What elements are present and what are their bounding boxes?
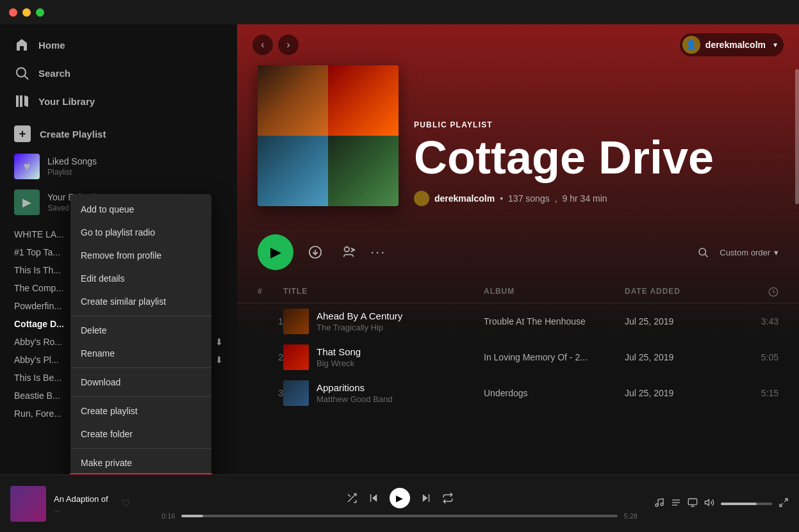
search-icon (14, 65, 29, 81)
svg-rect-2 (16, 95, 19, 107)
track-number: 2 (258, 352, 283, 362)
svg-rect-16 (370, 494, 371, 502)
main-content: ‹ › 👤 derekmalcolm ▾ PUBLIC PLAYLIST Cot… (237, 24, 799, 474)
playlist-label: This Is Th... (14, 265, 61, 275)
now-playing-thumbnail (10, 486, 46, 522)
shuffle-button[interactable] (346, 492, 358, 504)
title-bar (0, 0, 799, 24)
col-date: DATE ADDED (625, 287, 727, 299)
user-menu[interactable]: 👤 derekmalcolm ▾ (680, 33, 784, 56)
time-current: 0:16 (161, 512, 175, 520)
ctx-remove-profile[interactable]: Remove from profile (70, 244, 211, 267)
table-row[interactable]: 3 Apparitions Matthew Good Band Underdog… (247, 375, 789, 411)
nav-home[interactable]: Home (0, 31, 237, 59)
sidebar-item-liked-songs[interactable]: ♥ Liked Songs Playlist (0, 149, 237, 184)
ctx-label: Edit details (81, 273, 124, 284)
now-playing-name: An Adaption of (54, 494, 108, 504)
time-total: 5:28 (624, 512, 638, 520)
scrollbar-thumb (795, 69, 799, 204)
app-body: Home Search Your Library + Create Playli… (0, 24, 799, 474)
ctx-label: Make private (81, 458, 132, 468)
track-list: 1 Ahead By A Century The Tragically Hip … (237, 303, 799, 474)
more-options-button[interactable]: ··· (370, 244, 386, 261)
create-playlist-label: Create Playlist (40, 129, 106, 140)
ctx-label: Go to playlist radio (81, 227, 155, 238)
col-duration (727, 287, 778, 299)
playlist-label: This Is Be... (14, 373, 62, 383)
lyrics-button[interactable] (654, 497, 664, 510)
maximize-button[interactable] (36, 8, 44, 17)
meta-duration: 9 hr 34 min (563, 193, 607, 204)
volume-button[interactable] (704, 497, 714, 510)
scrollbar[interactable] (795, 24, 799, 474)
svg-point-19 (655, 504, 658, 506)
forward-button[interactable]: › (278, 35, 299, 55)
meta-dot: • (500, 193, 503, 204)
queue-button[interactable] (671, 497, 681, 510)
ctx-go-radio[interactable]: Go to playlist radio (70, 221, 211, 244)
table-row[interactable]: 2 That Song Big Wreck In Loving Memory O… (247, 339, 789, 375)
playlist-label: WHITE LA... (14, 229, 64, 239)
playlist-hero: PUBLIC PLAYLIST Cottage Drive derekmalco… (237, 65, 799, 222)
nav-library[interactable]: Your Library (0, 87, 237, 115)
liked-songs-name: Liked Songs (47, 156, 97, 166)
track-artist: The Tragically Hip (317, 323, 402, 332)
playlist-label: Powderfin... (14, 301, 62, 311)
connect-device-button[interactable] (688, 497, 698, 510)
close-button[interactable] (9, 8, 17, 17)
svg-line-1 (25, 76, 29, 80)
ctx-rename[interactable]: Rename (70, 342, 211, 365)
search-tracks-button[interactable] (691, 241, 714, 264)
track-duration: 3:43 (727, 316, 778, 326)
ctx-create-folder[interactable]: Create folder (70, 423, 211, 446)
track-info: That Song Big Wreck (283, 344, 484, 370)
minimize-button[interactable] (22, 8, 31, 17)
playlist-label: Abby's Pl... (14, 355, 59, 365)
sidebar: Home Search Your Library + Create Playli… (0, 24, 237, 474)
previous-button[interactable] (368, 492, 379, 504)
col-title: TITLE (283, 287, 484, 299)
col-num: # (258, 287, 283, 299)
progress-track[interactable] (181, 515, 617, 517)
play-pause-button[interactable]: ▶ (390, 488, 410, 508)
cover-cell-3 (258, 136, 328, 206)
progress-bar: 0:16 5:28 (161, 512, 638, 520)
heart-button[interactable]: ♡ (121, 497, 130, 510)
ctx-make-private[interactable]: Make private (70, 451, 211, 474)
svg-marker-15 (372, 494, 377, 502)
back-button[interactable]: ‹ (252, 35, 273, 55)
add-user-button[interactable] (337, 241, 360, 264)
ctx-label: Create playlist (81, 406, 138, 416)
episodes-icon: ▶ (14, 189, 40, 215)
playlist-cover (258, 65, 399, 206)
nav-library-label: Your Library (38, 96, 95, 107)
ctx-create-playlist[interactable]: Create playlist (70, 399, 211, 423)
ctx-download[interactable]: Download (70, 371, 211, 394)
volume-track[interactable] (721, 503, 772, 505)
repeat-button[interactable] (442, 492, 454, 504)
fullscreen-button[interactable] (778, 497, 789, 510)
ctx-label: Create similar playlist (81, 296, 166, 307)
svg-line-14 (348, 494, 350, 497)
create-playlist-button[interactable]: + Create Playlist (0, 119, 237, 149)
download-icon: ⬇ (215, 337, 223, 347)
ctx-create-similar[interactable]: Create similar playlist (70, 290, 211, 313)
player-bar: An Adaption of ... ♡ ▶ 0:16 5: (0, 474, 799, 532)
playlist-type: PUBLIC PLAYLIST (414, 120, 714, 129)
playlist-play-button[interactable]: ▶ (258, 234, 293, 270)
download-button[interactable] (304, 241, 327, 264)
custom-order-button[interactable]: Custom order ▾ (720, 248, 778, 257)
track-album: In Loving Memory Of - 2... (484, 352, 625, 362)
player-controls: ▶ (346, 488, 454, 508)
ctx-delete[interactable]: Delete (70, 319, 211, 342)
nav-search[interactable]: Search (0, 59, 237, 87)
svg-point-0 (17, 68, 26, 77)
ctx-add-queue[interactable]: Add to queue (70, 198, 211, 221)
user-name: derekmalcolm (705, 40, 766, 50)
ctx-divider-2 (70, 367, 211, 368)
meta-avatar (414, 191, 429, 206)
next-button[interactable] (420, 492, 432, 504)
ctx-edit-details[interactable]: Edit details (70, 267, 211, 290)
playlist-controls: ▶ ··· Custom order ▾ (237, 222, 799, 283)
table-row[interactable]: 1 Ahead By A Century The Tragically Hip … (247, 303, 789, 339)
